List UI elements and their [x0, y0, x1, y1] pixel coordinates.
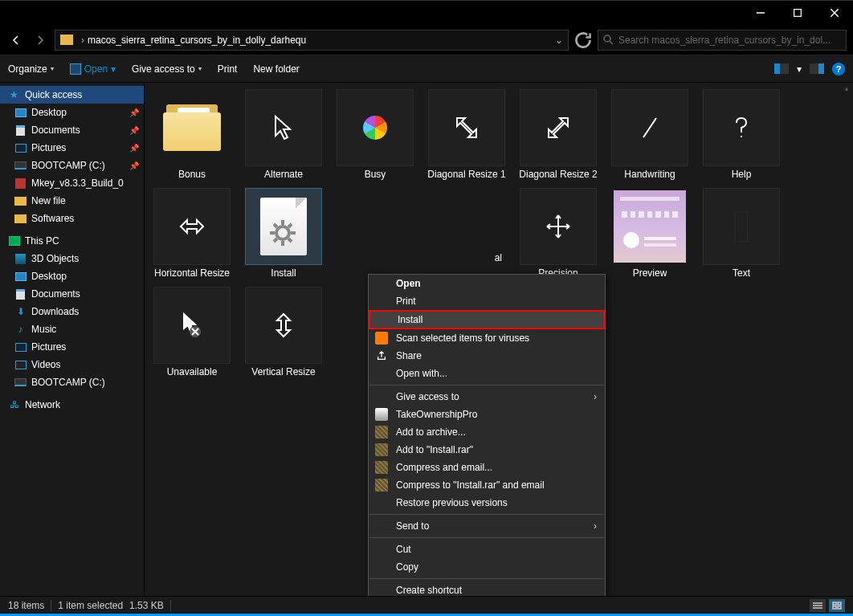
ctx-install[interactable]: Install	[369, 310, 605, 329]
svg-point-4	[604, 35, 610, 42]
file-tile-diag2[interactable]: Diagonal Resize 2	[516, 89, 601, 180]
minimize-button[interactable]	[742, 1, 779, 25]
sidebar-item-desktop[interactable]: Desktop📌	[0, 104, 144, 121]
ctx-restore[interactable]: Restore previous versions	[369, 494, 605, 512]
sidebar-item-bootcamp2[interactable]: BOOTCAMP (C:)	[0, 373, 144, 391]
sidebar-item-this-pc[interactable]: This PC	[0, 232, 144, 250]
chevron-down-icon[interactable]: ⌄	[555, 35, 563, 46]
titlebar	[0, 1, 853, 25]
sidebar-item-newfile[interactable]: New file	[0, 192, 144, 210]
folder-icon	[163, 104, 221, 151]
pin-icon: 📌	[129, 126, 139, 135]
ctx-give-access[interactable]: Give access to›	[369, 388, 605, 406]
ctx-cut[interactable]: Cut	[369, 541, 605, 558]
sidebar-item-bootcamp[interactable]: BOOTCAMP (C:)📌	[0, 157, 144, 174]
ctx-scan[interactable]: Scan selected items for viruses	[369, 329, 605, 347]
details-view-button[interactable]	[810, 599, 826, 612]
status-size: 1.53 KB	[129, 600, 164, 611]
file-tile-diag1[interactable]: Diagonal Resize 1	[424, 89, 509, 180]
share-icon	[375, 349, 388, 362]
diag-resize-icon	[451, 112, 483, 144]
file-tile-precision[interactable]: Precision	[516, 188, 601, 279]
file-tile-preview[interactable]: Preview	[607, 188, 692, 279]
ctx-openwith[interactable]: Open with...	[369, 365, 605, 382]
sidebar-item-mkey[interactable]: Mkey_v8.3.3_Build_0	[0, 174, 144, 192]
search-icon	[603, 35, 614, 45]
preview-image-icon	[614, 190, 686, 263]
open-button[interactable]: Open▾	[70, 63, 116, 75]
thumbnails-view-button[interactable]	[829, 599, 845, 612]
ctx-compressrar[interactable]: Compress to "Install.rar" and email	[369, 476, 605, 494]
pictures-icon	[15, 144, 27, 153]
file-view[interactable]: ▲ Bonus Alternate Busy Diagonal Resize 1…	[145, 83, 853, 596]
sidebar-item-downloads[interactable]: ⬇Downloads	[0, 303, 144, 320]
ctx-copy[interactable]: Copy	[369, 558, 605, 576]
sidebar-item-pictures[interactable]: Pictures📌	[0, 139, 144, 157]
rar-icon	[375, 479, 388, 492]
file-tile-alternate[interactable]: Alternate	[241, 89, 326, 180]
sidebar-item-documents2[interactable]: Documents	[0, 285, 144, 303]
sidebar-item-softwares[interactable]: Softwares	[0, 210, 144, 227]
search-input[interactable]: Search macos_sierra_retina_cursors_by_in…	[598, 30, 847, 51]
file-tile-horiz[interactable]: Horizontal Resize	[149, 188, 235, 279]
ctx-takeownership[interactable]: TakeOwnershipPro	[369, 406, 605, 423]
ctx-print[interactable]: Print	[369, 292, 605, 310]
sidebar-item-pictures2[interactable]: Pictures	[0, 338, 144, 356]
file-tile-handwriting[interactable]: Handwriting	[607, 89, 692, 180]
precision-icon	[542, 210, 574, 243]
file-tile-help[interactable]: Help	[699, 89, 784, 180]
ctx-sendto[interactable]: Send to›	[369, 517, 605, 535]
sidebar-item-3d[interactable]: 3D Objects	[0, 250, 144, 267]
chevron-right-icon: ›	[594, 520, 597, 532]
file-tile-text[interactable]: Text	[699, 188, 784, 279]
svg-line-15	[274, 239, 277, 242]
file-tile-unavailable[interactable]: Unavailable	[149, 287, 235, 377]
ctx-share[interactable]: Share	[369, 347, 605, 365]
ctx-addrar[interactable]: Add to "Install.rar"	[369, 441, 605, 459]
folder-icon	[60, 35, 73, 45]
desktop-icon	[15, 272, 27, 281]
ctx-shortcut[interactable]: Create shortcut	[369, 581, 605, 596]
new-folder-button[interactable]: New folder	[253, 63, 299, 75]
file-tile-busy[interactable]: Busy	[333, 89, 418, 180]
print-button[interactable]: Print	[218, 63, 238, 75]
refresh-button[interactable]	[573, 31, 593, 50]
svg-line-6	[643, 118, 656, 137]
ctx-compressemail[interactable]: Compress and email...	[369, 459, 605, 476]
forward-button[interactable]	[31, 31, 50, 50]
help-button[interactable]: ?	[832, 63, 845, 75]
file-tile-vert[interactable]: Vertical Resize	[241, 287, 326, 377]
close-button[interactable]	[816, 1, 853, 25]
sidebar-item-videos[interactable]: Videos	[0, 356, 144, 373]
h-resize-icon	[176, 210, 208, 243]
sidebar-item-documents[interactable]: Documents📌	[0, 121, 144, 139]
svg-rect-1	[794, 10, 802, 17]
sidebar-item-music[interactable]: ♪Music	[0, 320, 144, 338]
view-toggle-1[interactable]	[774, 63, 789, 74]
scroll-up-button[interactable]: ▲	[840, 83, 853, 94]
text-cursor-icon	[735, 211, 748, 242]
address-bar[interactable]: › macos_sierra_retina_cursors_by_in_doll…	[55, 30, 569, 51]
pin-icon: 📌	[129, 161, 139, 170]
download-icon: ⬇	[14, 307, 27, 317]
chevron-right-icon: ›	[594, 391, 597, 402]
sidebar-item-network[interactable]: 🖧Network	[0, 396, 144, 414]
file-tile-bonus[interactable]: Bonus	[149, 89, 235, 180]
breadcrumb[interactable]: macos_sierra_retina_cursors_by_in_dolly_…	[88, 35, 306, 46]
organize-menu[interactable]: Organize▾	[8, 63, 54, 75]
view-chevron[interactable]: ▾	[797, 63, 802, 75]
file-tile-install[interactable]: Install	[241, 188, 326, 279]
back-button[interactable]	[6, 31, 26, 50]
sidebar-item-quick-access[interactable]: ★Quick access	[0, 86, 144, 104]
open-icon	[70, 63, 81, 75]
app-icon	[15, 178, 26, 189]
toolbar: Organize▾ Open▾ Give access to▾ Print Ne…	[0, 55, 853, 83]
ctx-open[interactable]: Open	[369, 275, 605, 292]
sidebar-item-desktop2[interactable]: Desktop	[0, 267, 144, 285]
navbar: › macos_sierra_retina_cursors_by_in_doll…	[0, 25, 853, 55]
ctx-addarchive[interactable]: Add to archive...	[369, 423, 605, 441]
status-selection: 1 item selected	[58, 600, 123, 611]
maximize-button[interactable]	[779, 1, 816, 25]
give-access-menu[interactable]: Give access to▾	[132, 63, 202, 75]
preview-pane-button[interactable]	[810, 63, 824, 74]
